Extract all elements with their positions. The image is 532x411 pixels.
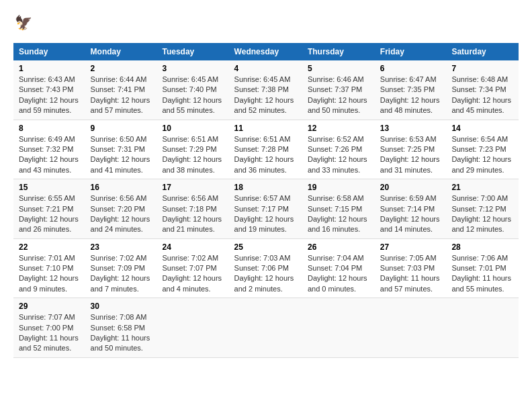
sunrise: Sunrise: 7:02 AM [162,254,218,262]
calendar-cell: 8 Sunrise: 6:49 AM Sunset: 7:32 PM Dayli… [13,120,85,179]
calendar-cell: 14 Sunrise: 6:54 AM Sunset: 7:23 PM Dayl… [446,120,519,179]
sunset: Sunset: 6:58 PM [91,324,145,332]
sunrise: Sunrise: 6:49 AM [19,135,75,143]
day-number: 10 [162,124,223,133]
day-info: Sunrise: 6:44 AM Sunset: 7:41 PM Dayligh… [91,75,152,116]
daylight: Daylight: 12 hours and 29 minutes. [451,155,511,173]
sunrise: Sunrise: 7:07 AM [19,313,75,321]
logo: 🦅 [13,13,36,36]
daylight: Daylight: 12 hours and 55 minutes. [162,96,222,114]
sunset: Sunset: 7:26 PM [308,145,362,153]
sunset: Sunset: 7:00 PM [19,324,73,332]
day-number: 1 [19,64,80,73]
calendar-cell: 28 Sunrise: 7:06 AM Sunset: 7:01 PM Dayl… [446,238,519,298]
sunrise: Sunrise: 6:48 AM [451,75,508,83]
day-number: 29 [19,302,80,311]
sunrise: Sunrise: 6:45 AM [234,75,291,83]
calendar-cell: 27 Sunrise: 7:05 AM Sunset: 7:03 PM Dayl… [375,238,447,298]
day-info: Sunrise: 6:58 AM Sunset: 7:15 PM Dayligh… [308,193,369,235]
day-info: Sunrise: 6:46 AM Sunset: 7:37 PM Dayligh… [308,75,369,116]
calendar-cell: 11 Sunrise: 6:51 AM Sunset: 7:28 PM Dayl… [229,120,302,179]
day-info: Sunrise: 6:59 AM Sunset: 7:14 PM Dayligh… [380,193,441,235]
day-info: Sunrise: 7:03 AM Sunset: 7:06 PM Dayligh… [234,253,297,295]
sunset: Sunset: 7:28 PM [234,145,289,153]
daylight: Daylight: 12 hours and 0 minutes. [308,274,367,292]
day-number: 15 [19,183,80,192]
day-number: 6 [380,64,441,73]
column-header-friday: Friday [375,43,447,60]
sunrise: Sunrise: 6:45 AM [162,75,218,83]
day-number: 30 [91,302,152,311]
day-info: Sunrise: 6:45 AM Sunset: 7:40 PM Dayligh… [162,75,223,116]
calendar-week-row: 1 Sunrise: 6:43 AM Sunset: 7:43 PM Dayli… [13,60,519,120]
day-number: 4 [234,64,297,73]
calendar-cell [446,298,519,358]
calendar-cell: 12 Sunrise: 6:52 AM Sunset: 7:26 PM Dayl… [302,120,375,179]
sunrise: Sunrise: 7:00 AM [451,194,508,202]
daylight: Daylight: 12 hours and 9 minutes. [19,274,79,292]
sunrise: Sunrise: 7:01 AM [19,254,75,262]
column-header-thursday: Thursday [302,43,375,60]
calendar-cell: 29 Sunrise: 7:07 AM Sunset: 7:00 PM Dayl… [13,298,85,358]
calendar-week-row: 29 Sunrise: 7:07 AM Sunset: 7:00 PM Dayl… [13,298,519,358]
sunset: Sunset: 7:34 PM [451,85,506,93]
daylight: Daylight: 12 hours and 2 minutes. [234,274,294,292]
day-info: Sunrise: 7:06 AM Sunset: 7:01 PM Dayligh… [451,253,513,295]
daylight: Daylight: 12 hours and 16 minutes. [308,215,367,233]
sunset: Sunset: 7:38 PM [234,85,289,93]
sunrise: Sunrise: 6:59 AM [380,194,437,202]
page-header: 🦅 [13,13,519,36]
calendar-cell: 9 Sunrise: 6:50 AM Sunset: 7:31 PM Dayli… [85,120,157,179]
calendar-cell: 16 Sunrise: 6:56 AM Sunset: 7:20 PM Dayl… [85,179,157,239]
calendar-cell [302,298,375,358]
sunset: Sunset: 7:29 PM [162,145,216,153]
day-number: 24 [162,242,223,252]
day-number: 9 [91,124,152,133]
sunset: Sunset: 7:10 PM [19,264,73,272]
calendar-cell: 23 Sunrise: 7:02 AM Sunset: 7:09 PM Dayl… [85,238,157,298]
sunset: Sunset: 7:21 PM [19,205,73,213]
day-info: Sunrise: 6:55 AM Sunset: 7:21 PM Dayligh… [19,193,80,235]
daylight: Daylight: 12 hours and 57 minutes. [91,96,150,114]
day-info: Sunrise: 6:56 AM Sunset: 7:20 PM Dayligh… [91,193,152,235]
day-info: Sunrise: 6:51 AM Sunset: 7:28 PM Dayligh… [234,134,297,176]
daylight: Daylight: 12 hours and 50 minutes. [308,96,367,114]
sunset: Sunset: 7:07 PM [162,264,216,272]
day-info: Sunrise: 7:07 AM Sunset: 7:00 PM Dayligh… [19,312,80,354]
day-number: 11 [234,124,297,133]
sunset: Sunset: 7:41 PM [91,85,145,93]
day-info: Sunrise: 6:56 AM Sunset: 7:18 PM Dayligh… [162,193,223,235]
daylight: Daylight: 12 hours and 21 minutes. [162,215,222,233]
sunset: Sunset: 7:06 PM [234,264,289,272]
calendar-header-row: SundayMondayTuesdayWednesdayThursdayFrid… [13,43,519,60]
sunrise: Sunrise: 6:54 AM [451,135,508,143]
sunrise: Sunrise: 6:46 AM [308,75,364,83]
daylight: Daylight: 12 hours and 52 minutes. [234,96,294,114]
calendar-cell: 18 Sunrise: 6:57 AM Sunset: 7:17 PM Dayl… [229,179,302,239]
calendar-cell: 17 Sunrise: 6:56 AM Sunset: 7:18 PM Dayl… [157,179,228,239]
day-info: Sunrise: 6:48 AM Sunset: 7:34 PM Dayligh… [451,75,513,116]
daylight: Daylight: 12 hours and 48 minutes. [380,96,440,114]
column-header-saturday: Saturday [446,43,519,60]
calendar-cell: 7 Sunrise: 6:48 AM Sunset: 7:34 PM Dayli… [446,60,519,120]
day-number: 5 [308,64,369,73]
day-number: 21 [451,183,513,192]
sunrise: Sunrise: 7:05 AM [380,254,437,262]
day-info: Sunrise: 6:43 AM Sunset: 7:43 PM Dayligh… [19,75,80,116]
daylight: Daylight: 11 hours and 55 minutes. [451,274,511,292]
daylight: Daylight: 12 hours and 14 minutes. [380,215,440,233]
sunrise: Sunrise: 6:56 AM [162,194,218,202]
calendar-cell: 19 Sunrise: 6:58 AM Sunset: 7:15 PM Dayl… [302,179,375,239]
day-info: Sunrise: 7:00 AM Sunset: 7:12 PM Dayligh… [451,193,513,235]
day-info: Sunrise: 7:08 AM Sunset: 6:58 PM Dayligh… [91,312,152,354]
sunrise: Sunrise: 7:04 AM [308,254,364,262]
sunset: Sunset: 7:20 PM [91,205,145,213]
sunrise: Sunrise: 6:44 AM [91,75,147,83]
daylight: Daylight: 12 hours and 4 minutes. [162,274,222,292]
daylight: Daylight: 12 hours and 12 minutes. [451,215,511,233]
day-info: Sunrise: 6:47 AM Sunset: 7:35 PM Dayligh… [380,75,441,116]
calendar-cell: 10 Sunrise: 6:51 AM Sunset: 7:29 PM Dayl… [157,120,228,179]
daylight: Daylight: 11 hours and 50 minutes. [91,334,150,352]
day-number: 13 [380,124,441,133]
calendar-cell: 6 Sunrise: 6:47 AM Sunset: 7:35 PM Dayli… [375,60,447,120]
